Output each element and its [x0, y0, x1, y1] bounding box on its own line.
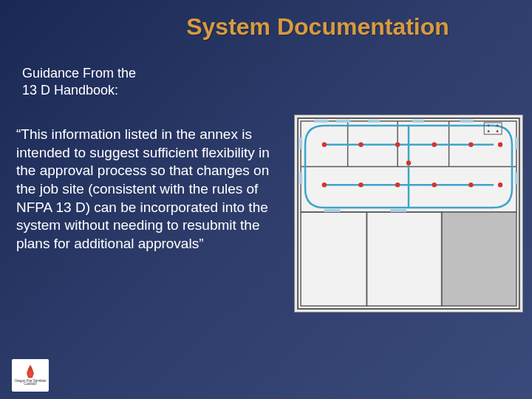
svg-rect-33	[299, 172, 302, 184]
svg-point-12	[432, 143, 437, 147]
svg-point-11	[395, 143, 400, 147]
floorplan-diagram	[294, 115, 523, 313]
svg-rect-36	[324, 209, 341, 212]
svg-rect-35	[515, 172, 518, 184]
svg-point-26	[497, 130, 499, 132]
svg-point-14	[498, 143, 502, 147]
svg-rect-37	[390, 209, 406, 212]
svg-rect-34	[515, 137, 518, 149]
svg-rect-27	[314, 120, 329, 123]
flame-icon	[25, 365, 35, 378]
slide-body-text: “This information listed in the annex is…	[16, 126, 275, 253]
svg-point-25	[488, 130, 490, 132]
svg-point-13	[468, 143, 473, 147]
svg-point-16	[358, 183, 363, 187]
svg-point-24	[497, 124, 499, 126]
svg-point-20	[498, 183, 502, 187]
svg-rect-31	[460, 120, 473, 123]
svg-rect-28	[336, 120, 351, 123]
svg-rect-29	[368, 120, 380, 123]
slide-subtitle: Guidance From the13 D Handbook:	[22, 65, 136, 100]
svg-point-9	[322, 143, 327, 147]
svg-rect-30	[412, 120, 424, 123]
svg-point-18	[432, 183, 437, 187]
svg-point-19	[468, 183, 473, 187]
svg-point-23	[488, 124, 490, 126]
slide-title: System Documentation	[0, 13, 532, 41]
svg-point-15	[322, 183, 327, 187]
svg-point-10	[358, 143, 363, 147]
coalition-logo: Oregon Fire Sprinkler Coalition	[12, 359, 49, 392]
svg-point-17	[395, 183, 400, 187]
svg-rect-32	[299, 137, 302, 149]
logo-text: Oregon Fire Sprinkler Coalition	[13, 380, 47, 386]
svg-point-21	[406, 160, 411, 165]
svg-rect-6	[442, 212, 516, 306]
